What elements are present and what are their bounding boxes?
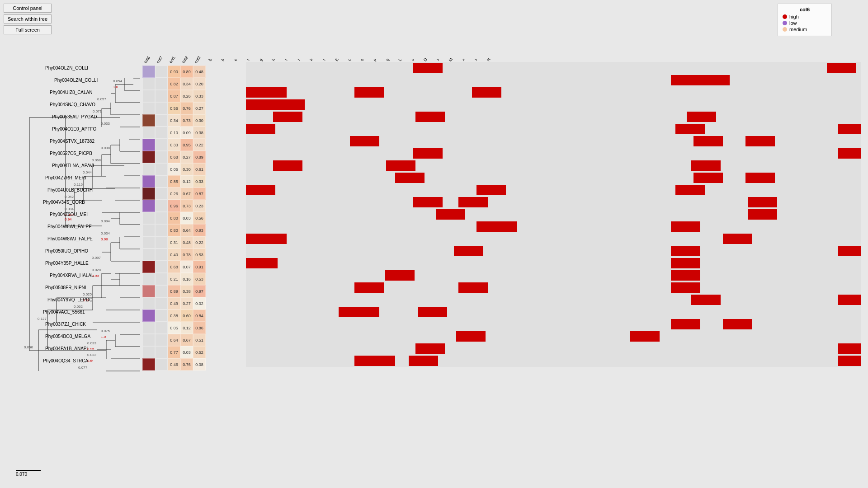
cell-21-col2: 0.12 (180, 322, 193, 334)
scale-bar-label: 0.070 (16, 472, 27, 477)
cell-23-col3: 0.52 (193, 346, 206, 358)
row-label-10: Phy004U0LB_BUCRH (0, 184, 98, 196)
cell-16-col2: 0.07 (180, 261, 193, 273)
rb-row-15 (246, 245, 861, 257)
cell-19-col2: 0.27 (180, 297, 193, 310)
red-block (671, 221, 700, 232)
cell-17-col2: 0.16 (180, 273, 193, 285)
cell-13-col3: 0.93 (193, 224, 206, 236)
red-block (838, 295, 861, 305)
row-label-9: Phy004Z7RR_MERI (0, 172, 98, 184)
heatmap-row-23: 0.77 0.03 0.52 (142, 346, 206, 358)
row-label-17: Phy004XRVA_HALAL (0, 269, 98, 282)
legend-high-label: high (789, 14, 799, 19)
red-block (723, 319, 752, 329)
cell-14-col2: 0.48 (180, 236, 193, 249)
red-block (246, 234, 287, 244)
scale-bar-line (16, 470, 41, 471)
rb-row-6 (246, 135, 861, 147)
cell-3-col1: 0.56 (168, 102, 180, 114)
row-label-14: Phy004W8WJ_FALPE (0, 233, 98, 245)
control-panel-button[interactable]: Control panel (4, 4, 52, 13)
red-block (675, 124, 705, 134)
search-within-tree-button[interactable]: Search within tree (4, 14, 52, 23)
cell-11-col6 (142, 200, 155, 212)
row-label-20: Phy004VACL_55661 (0, 306, 98, 318)
row-label-6: Phy004STVX_187382 (0, 135, 98, 147)
cell-14-col7 (155, 236, 168, 249)
cell-9-col6 (142, 175, 155, 188)
row-label-5: Phy004O1E0_APTFO (0, 123, 98, 135)
cell-8-col1: 0.05 (168, 163, 180, 175)
cell-8-col6 (142, 163, 155, 175)
cell-9-col1: 0.85 (168, 175, 180, 188)
legend-low-label: low (789, 20, 797, 26)
red-block (436, 209, 465, 220)
cell-20-col3: 0.84 (193, 310, 206, 322)
cell-15-col6 (142, 249, 155, 261)
row-label-13: Phy004W8WI_FALPE (0, 221, 98, 233)
rb-row-14 (246, 233, 861, 245)
rb-row-10 (246, 184, 861, 196)
rb-row-9 (246, 172, 861, 184)
cell-17-col7 (155, 273, 168, 285)
cell-6-col1: 0.33 (168, 139, 180, 151)
svg-text:0.054: 0.054 (113, 79, 123, 83)
cell-1-col1: 0.82 (168, 78, 180, 90)
row-label-21: Phy003I7ZJ_CHICK (0, 318, 98, 330)
red-block (246, 258, 278, 268)
rb-row-7 (246, 147, 861, 160)
heatmap-row-22: 0.64 0.67 0.51 (142, 334, 206, 346)
red-block (413, 197, 443, 207)
rb-row-19 (246, 294, 861, 306)
red-block (454, 246, 483, 256)
svg-text:0.038: 0.038 (101, 146, 110, 150)
legend: col6 high low medium (778, 4, 832, 36)
red-block (395, 173, 425, 183)
cell-7-col1: 0.68 (168, 151, 180, 163)
row-label-15: Phy0050IUO_OPIHO (0, 245, 98, 257)
rb-row-20 (246, 306, 861, 318)
svg-text:1.0: 1.0 (113, 85, 118, 89)
red-block (472, 87, 501, 98)
red-block (745, 136, 775, 146)
red-block (630, 331, 660, 342)
red-block (748, 209, 777, 220)
row-label-16: Phy004Y35P_HALLE (0, 257, 98, 269)
cell-21-col6 (142, 322, 155, 334)
row-label-11: Phy004V34S_CORB (0, 196, 98, 208)
cell-13-col1: 0.80 (168, 224, 180, 236)
cell-19-col1: 0.49 (168, 297, 180, 310)
legend-medium-label: medium (789, 27, 807, 32)
svg-text:0.094: 0.094 (101, 219, 110, 223)
cell-20-col6 (142, 310, 155, 322)
red-block (693, 173, 723, 183)
rb-row-13 (246, 221, 861, 233)
red-block (675, 185, 705, 195)
heatmap-row-19: 0.49 0.27 0.02 (142, 297, 206, 310)
cell-0-col6 (142, 66, 155, 78)
cell-12-col1: 0.80 (168, 212, 180, 224)
fullscreen-button[interactable]: Full screen (4, 25, 52, 34)
heatmap-row-20: 0.38 0.60 0.84 (142, 310, 206, 322)
rb-row-12 (246, 208, 861, 221)
cell-24-col2: 0.76 (180, 358, 193, 371)
heatmap-row-12: 0.80 0.03 0.56 (142, 212, 206, 224)
cell-8-col7 (155, 163, 168, 175)
cell-7-col6 (142, 151, 155, 163)
rb-row-3 (246, 99, 861, 111)
cell-18-col3: 0.97 (193, 285, 206, 297)
rb-row-1 (246, 74, 861, 86)
row-label-3: Phy004SNJQ_CHAVO (0, 99, 98, 111)
cell-24-col6 (142, 358, 155, 371)
cell-23-col7 (155, 346, 168, 358)
red-block (671, 75, 730, 85)
cell-8-col2: 0.30 (180, 163, 193, 175)
red-block (691, 160, 721, 171)
row-label-19: Phy004Y9VQ_LEPDC (0, 294, 98, 306)
cell-8-col3: 0.61 (193, 163, 206, 175)
cell-11-col1: 0.96 (168, 200, 180, 212)
cell-9-col2: 0.12 (180, 175, 193, 188)
cell-22-col1: 0.64 (168, 334, 180, 346)
legend-medium: medium (783, 27, 827, 32)
